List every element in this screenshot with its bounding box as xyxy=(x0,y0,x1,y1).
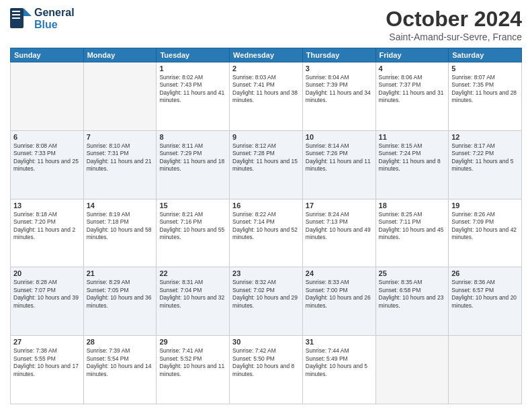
day-info: Sunrise: 8:29 AM Sunset: 7:05 PM Dayligh… xyxy=(87,279,154,310)
day-number: 22 xyxy=(159,269,226,277)
col-thursday: Thursday xyxy=(302,48,375,62)
day-info: Sunrise: 8:04 AM Sunset: 7:39 PM Dayligh… xyxy=(306,74,373,105)
table-row: 15Sunrise: 8:21 AM Sunset: 7:16 PM Dayli… xyxy=(157,199,230,267)
day-info: Sunrise: 8:12 AM Sunset: 7:28 PM Dayligh… xyxy=(232,142,300,173)
table-row: 7Sunrise: 8:10 AM Sunset: 7:31 PM Daylig… xyxy=(83,130,157,199)
calendar-week-row: 27Sunrise: 7:38 AM Sunset: 5:55 PM Dayli… xyxy=(11,336,522,404)
day-number: 6 xyxy=(13,133,81,141)
col-friday: Friday xyxy=(375,48,449,62)
day-number: 12 xyxy=(451,133,519,141)
svg-rect-3 xyxy=(12,14,20,15)
day-info: Sunrise: 7:44 AM Sunset: 5:49 PM Dayligh… xyxy=(306,347,373,378)
day-number: 31 xyxy=(306,338,373,346)
table-row: 28Sunrise: 7:39 AM Sunset: 5:54 PM Dayli… xyxy=(83,336,157,404)
day-number: 26 xyxy=(451,269,519,277)
day-number: 28 xyxy=(87,338,154,346)
day-number: 25 xyxy=(379,269,446,277)
day-number: 18 xyxy=(379,201,446,210)
table-row: 31Sunrise: 7:44 AM Sunset: 5:49 PM Dayli… xyxy=(302,336,375,404)
day-info: Sunrise: 7:41 AM Sunset: 5:52 PM Dayligh… xyxy=(159,347,226,378)
day-info: Sunrise: 8:06 AM Sunset: 7:37 PM Dayligh… xyxy=(379,74,446,105)
day-info: Sunrise: 8:35 AM Sunset: 6:58 PM Dayligh… xyxy=(379,279,446,310)
day-info: Sunrise: 8:24 AM Sunset: 7:13 PM Dayligh… xyxy=(306,211,373,242)
day-number: 2 xyxy=(232,64,300,73)
day-number: 15 xyxy=(159,201,226,210)
day-number: 27 xyxy=(13,338,81,346)
day-number: 5 xyxy=(451,64,519,73)
table-row: 23Sunrise: 8:32 AM Sunset: 7:02 PM Dayli… xyxy=(230,267,303,336)
day-info: Sunrise: 8:03 AM Sunset: 7:41 PM Dayligh… xyxy=(232,74,300,105)
location: Saint-Amand-sur-Sevre, France xyxy=(386,32,522,42)
table-row: 10Sunrise: 8:14 AM Sunset: 7:26 PM Dayli… xyxy=(302,130,375,199)
table-row: 24Sunrise: 8:33 AM Sunset: 7:00 PM Dayli… xyxy=(302,267,375,336)
table-row: 5Sunrise: 8:07 AM Sunset: 7:35 PM Daylig… xyxy=(449,62,522,131)
table-row: 27Sunrise: 7:38 AM Sunset: 5:55 PM Dayli… xyxy=(11,336,84,404)
table-row: 4Sunrise: 8:06 AM Sunset: 7:37 PM Daylig… xyxy=(375,62,449,131)
svg-marker-1 xyxy=(24,8,32,16)
table-row: 13Sunrise: 8:18 AM Sunset: 7:20 PM Dayli… xyxy=(11,199,84,267)
day-number: 8 xyxy=(159,133,226,141)
day-number: 20 xyxy=(13,269,81,277)
day-info: Sunrise: 8:08 AM Sunset: 7:33 PM Dayligh… xyxy=(13,142,81,173)
day-info: Sunrise: 8:36 AM Sunset: 6:57 PM Dayligh… xyxy=(451,279,519,310)
day-info: Sunrise: 8:02 AM Sunset: 7:43 PM Dayligh… xyxy=(159,74,226,105)
day-number: 30 xyxy=(232,338,300,346)
day-info: Sunrise: 8:21 AM Sunset: 7:16 PM Dayligh… xyxy=(159,211,226,242)
day-info: Sunrise: 8:19 AM Sunset: 7:18 PM Dayligh… xyxy=(87,211,154,242)
table-row: 2Sunrise: 8:03 AM Sunset: 7:41 PM Daylig… xyxy=(230,62,303,131)
day-number: 3 xyxy=(306,64,373,73)
calendar-week-row: 6Sunrise: 8:08 AM Sunset: 7:33 PM Daylig… xyxy=(11,130,522,199)
table-row: 11Sunrise: 8:15 AM Sunset: 7:24 PM Dayli… xyxy=(375,130,449,199)
table-row: 1Sunrise: 8:02 AM Sunset: 7:43 PM Daylig… xyxy=(157,62,230,131)
table-row: 9Sunrise: 8:12 AM Sunset: 7:28 PM Daylig… xyxy=(230,130,303,199)
table-row xyxy=(83,62,157,131)
day-number: 29 xyxy=(159,338,226,346)
day-info: Sunrise: 8:25 AM Sunset: 7:11 PM Dayligh… xyxy=(379,211,446,242)
table-row: 26Sunrise: 8:36 AM Sunset: 6:57 PM Dayli… xyxy=(449,267,522,336)
table-row: 8Sunrise: 8:11 AM Sunset: 7:29 PM Daylig… xyxy=(157,130,230,199)
table-row: 17Sunrise: 8:24 AM Sunset: 7:13 PM Dayli… xyxy=(302,199,375,267)
day-number: 14 xyxy=(87,201,154,210)
day-number: 11 xyxy=(379,133,446,141)
day-info: Sunrise: 8:15 AM Sunset: 7:24 PM Dayligh… xyxy=(379,142,446,173)
table-row xyxy=(375,336,449,404)
col-sunday: Sunday xyxy=(11,48,84,62)
day-number: 19 xyxy=(451,201,519,210)
table-row: 25Sunrise: 8:35 AM Sunset: 6:58 PM Dayli… xyxy=(375,267,449,336)
table-row: 21Sunrise: 8:29 AM Sunset: 7:05 PM Dayli… xyxy=(83,267,157,336)
logo-general: General xyxy=(34,7,75,19)
table-row: 6Sunrise: 8:08 AM Sunset: 7:33 PM Daylig… xyxy=(11,130,84,199)
svg-rect-4 xyxy=(12,17,20,19)
page: General Blue October 2024 Saint-Amand-su… xyxy=(0,0,532,411)
logo-icon xyxy=(10,8,32,30)
table-row: 29Sunrise: 7:41 AM Sunset: 5:52 PM Dayli… xyxy=(157,336,230,404)
svg-rect-2 xyxy=(12,11,20,12)
day-info: Sunrise: 8:11 AM Sunset: 7:29 PM Dayligh… xyxy=(159,142,226,173)
day-number: 21 xyxy=(87,269,154,277)
day-number: 4 xyxy=(379,64,446,73)
day-number: 9 xyxy=(232,133,300,141)
header: General Blue October 2024 Saint-Amand-su… xyxy=(10,7,522,42)
calendar-week-row: 20Sunrise: 8:28 AM Sunset: 7:07 PM Dayli… xyxy=(11,267,522,336)
calendar-table: Sunday Monday Tuesday Wednesday Thursday… xyxy=(10,48,522,404)
table-row: 3Sunrise: 8:04 AM Sunset: 7:39 PM Daylig… xyxy=(302,62,375,131)
table-row: 14Sunrise: 8:19 AM Sunset: 7:18 PM Dayli… xyxy=(83,199,157,267)
day-info: Sunrise: 8:22 AM Sunset: 7:14 PM Dayligh… xyxy=(232,211,300,242)
day-info: Sunrise: 7:42 AM Sunset: 5:50 PM Dayligh… xyxy=(232,347,300,378)
day-info: Sunrise: 8:31 AM Sunset: 7:04 PM Dayligh… xyxy=(159,279,226,310)
day-number: 13 xyxy=(13,201,81,210)
table-row: 16Sunrise: 8:22 AM Sunset: 7:14 PM Dayli… xyxy=(230,199,303,267)
day-info: Sunrise: 8:10 AM Sunset: 7:31 PM Dayligh… xyxy=(87,142,154,173)
day-info: Sunrise: 8:14 AM Sunset: 7:26 PM Dayligh… xyxy=(306,142,373,173)
table-row xyxy=(449,336,522,404)
col-wednesday: Wednesday xyxy=(230,48,303,62)
day-number: 7 xyxy=(87,133,154,141)
day-info: Sunrise: 8:07 AM Sunset: 7:35 PM Dayligh… xyxy=(451,74,519,105)
day-info: Sunrise: 7:39 AM Sunset: 5:54 PM Dayligh… xyxy=(87,347,154,378)
logo-blue: Blue xyxy=(34,19,75,31)
day-number: 17 xyxy=(306,201,373,210)
day-number: 16 xyxy=(232,201,300,210)
day-info: Sunrise: 8:28 AM Sunset: 7:07 PM Dayligh… xyxy=(13,279,81,310)
calendar-week-row: 1Sunrise: 8:02 AM Sunset: 7:43 PM Daylig… xyxy=(11,62,522,131)
day-info: Sunrise: 8:17 AM Sunset: 7:22 PM Dayligh… xyxy=(451,142,519,173)
